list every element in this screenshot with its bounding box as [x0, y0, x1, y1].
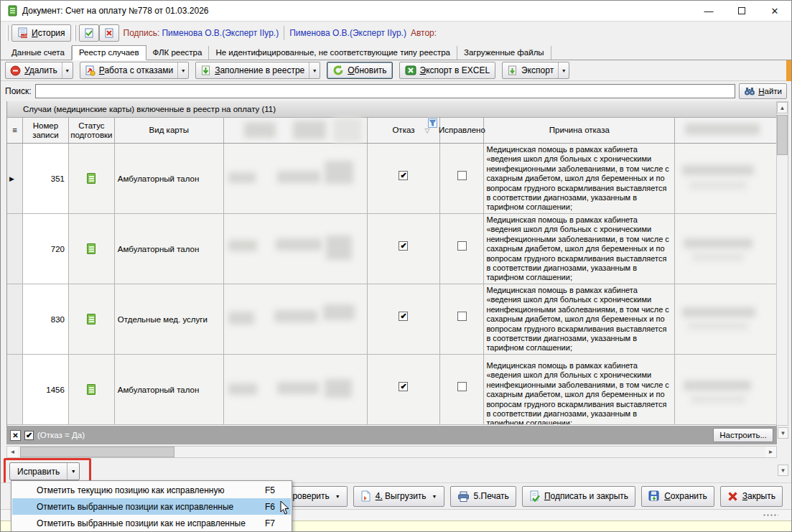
- scroll-left-button[interactable]: ◄: [7, 447, 18, 457]
- binoculars-icon: [744, 86, 755, 96]
- signature-value: Пименова О.В.(Эксперт IIур.): [162, 28, 279, 38]
- tab-loaded-files[interactable]: Загруженные файлы: [457, 46, 551, 60]
- cases-table: Случаи (медицинские карты) включенные в …: [6, 101, 777, 426]
- table-row[interactable]: ▶ 351 Амбулаторный талон ✔ Медицинская п…: [7, 144, 777, 214]
- check-dropdown-arrow[interactable]: ▼: [335, 494, 340, 499]
- redacted-content: [293, 121, 326, 139]
- tab-case-registry[interactable]: Реестр случаев: [72, 45, 146, 60]
- menu-item-mark-selected-corrected[interactable]: Отметить выбранные позиции как исправлен…: [12, 498, 291, 515]
- delete-button[interactable]: Удалить ▼: [5, 62, 73, 79]
- document-check-alert-icon: [85, 27, 93, 39]
- redacted-cell: [224, 214, 368, 284]
- row-selector-header[interactable]: ≡: [7, 118, 23, 143]
- menu-item-mark-current-corrected[interactable]: Отметить текущию позицию как исправленну…: [12, 482, 291, 498]
- record-number: 1456: [23, 355, 69, 424]
- card-type: Отдельные мед. услуги: [115, 284, 224, 354]
- export-excel-button[interactable]: Экспорт в EXCEL: [399, 62, 495, 79]
- refusal-checkbox[interactable]: ✔: [399, 171, 408, 180]
- refusal-checkbox[interactable]: ✔: [399, 241, 408, 251]
- history-button[interactable]: LOG История: [11, 24, 71, 42]
- record-number: 830: [23, 284, 69, 354]
- vertical-scroll-thumb[interactable]: [777, 115, 788, 155]
- refresh-icon: [332, 65, 344, 76]
- top-toolbar: LOG История Подпись: Пименова О.В.(Экспе…: [1, 21, 791, 44]
- fill-registry-button[interactable]: Заполнение в реестре ▼: [195, 62, 320, 79]
- col-reason[interactable]: Причина отказа: [484, 118, 675, 143]
- filter-configure-button[interactable]: Настроить...: [713, 428, 773, 442]
- search-input[interactable]: [35, 84, 736, 98]
- corrected-checkbox[interactable]: [457, 241, 467, 251]
- corrected-checkbox[interactable]: [457, 171, 467, 180]
- export-button[interactable]: Экспорт ▼: [502, 62, 569, 79]
- table-header-row: ≡ Номер записи Статус подготовки Вид кар…: [7, 118, 777, 144]
- redacted-cell: [675, 355, 777, 424]
- col-card-type[interactable]: Вид карты: [115, 118, 224, 143]
- history-icon: LOG: [17, 27, 29, 39]
- col-prep-status[interactable]: Статус подготовки: [69, 118, 115, 143]
- horizontal-scroll-thumb[interactable]: [20, 447, 174, 457]
- redacted-content: [333, 118, 362, 142]
- sign-approve-button[interactable]: [79, 24, 99, 42]
- prep-status-icon: [87, 314, 95, 325]
- refusals-dropdown-arrow[interactable]: ▼: [177, 62, 188, 78]
- refusal-reason: Медицинская помощь в рамках кабинета «ве…: [484, 284, 675, 354]
- table-row[interactable]: 830 Отдельные мед. услуги ✔ Медицинская …: [7, 284, 777, 355]
- title-bar: Документ: Счет на оплату №778 от 01.03.2…: [1, 1, 791, 21]
- refresh-button[interactable]: Обновить: [327, 62, 392, 79]
- save-button[interactable]: Сохранить: [641, 486, 714, 507]
- search-label: Поиск:: [5, 86, 32, 96]
- refusal-reason: Медицинская помощь в рамках кабинета «ве…: [484, 214, 675, 284]
- fix-dropdown-arrow[interactable]: ▼: [67, 463, 79, 480]
- tab-flk-registry[interactable]: ФЛК реестра: [146, 46, 210, 60]
- filter-enabled-checkbox[interactable]: ✔: [24, 431, 34, 440]
- horizontal-scrollbar[interactable]: ◄ ►: [6, 446, 777, 458]
- col-redacted-2[interactable]: [675, 118, 777, 143]
- filter-funnel-icon[interactable]: [428, 118, 437, 128]
- scroll-up-button[interactable]: ▲: [777, 102, 788, 113]
- scroll-right-button[interactable]: ►: [765, 447, 776, 457]
- shortcut-f7: F7: [265, 518, 275, 528]
- refusals-button[interactable]: Работа с отказами ▼: [80, 62, 189, 79]
- search-row: Поиск: Найти: [1, 81, 791, 101]
- print-button[interactable]: 5.Печать: [450, 486, 516, 507]
- col-corrected[interactable]: Исправлено: [440, 118, 484, 143]
- card-type: Амбулаторный талон: [115, 355, 224, 424]
- grip-dots-icon: [763, 513, 778, 517]
- separator: [284, 26, 284, 40]
- document-window: Документ: Счет на оплату №778 от 01.03.2…: [0, 0, 792, 532]
- scroll-down-button[interactable]: ▼: [778, 427, 788, 439]
- delete-dropdown-arrow[interactable]: ▼: [62, 62, 73, 78]
- sign-and-close-button[interactable]: Подписать и закрыть: [522, 486, 635, 507]
- sign-reject-button[interactable]: [99, 24, 119, 42]
- refusal-checkbox[interactable]: ✔: [399, 382, 408, 391]
- redacted-content: [685, 123, 760, 135]
- minimize-button[interactable]: —: [692, 1, 725, 21]
- menu-item-mark-selected-not-corrected[interactable]: Отметить выбранные позиции как не исправ…: [12, 515, 291, 531]
- fill-registry-dropdown-arrow[interactable]: ▼: [309, 62, 320, 78]
- corrected-checkbox[interactable]: [457, 382, 467, 391]
- close-form-button[interactable]: Закрыть: [720, 486, 783, 507]
- fix-row: Исправить ▼: [1, 461, 791, 482]
- printer-icon: [457, 491, 470, 502]
- col-record-number[interactable]: Номер записи: [23, 118, 69, 143]
- fix-button[interactable]: Исправить ▼: [9, 462, 80, 480]
- col-redacted-1[interactable]: [224, 118, 368, 143]
- table-row[interactable]: 1456 Амбулаторный талон ✔ Медицинская по…: [7, 355, 777, 425]
- card-type: Амбулаторный талон: [115, 214, 224, 284]
- export-dropdown-arrow[interactable]: ▼: [558, 62, 569, 78]
- col-refusal[interactable]: Отказ ▽: [368, 118, 441, 143]
- filter-clear-button[interactable]: ✕: [10, 430, 21, 441]
- upload-dropdown-arrow[interactable]: ▼: [432, 494, 437, 499]
- corrected-checkbox[interactable]: [457, 312, 467, 321]
- card-type: Амбулаторный талон: [115, 144, 224, 213]
- tab-strip: Данные счета Реестр случаев ФЛК реестра …: [1, 44, 791, 60]
- tab-unidentified[interactable]: Не идентифицированные, не соответствующи…: [209, 46, 457, 60]
- refusal-checkbox[interactable]: ✔: [399, 312, 408, 321]
- close-button[interactable]: ✕: [758, 1, 791, 21]
- upload-button[interactable]: 4. Выгрузить ▼: [353, 486, 444, 507]
- table-row[interactable]: 720 Амбулаторный талон ✔ Медицинская пом…: [7, 214, 777, 284]
- find-button[interactable]: Найти: [739, 83, 787, 99]
- tab-invoice-data[interactable]: Данные счета: [5, 46, 72, 60]
- vertical-scrollbar[interactable]: ▲: [776, 101, 788, 426]
- maximize-button[interactable]: [725, 1, 758, 21]
